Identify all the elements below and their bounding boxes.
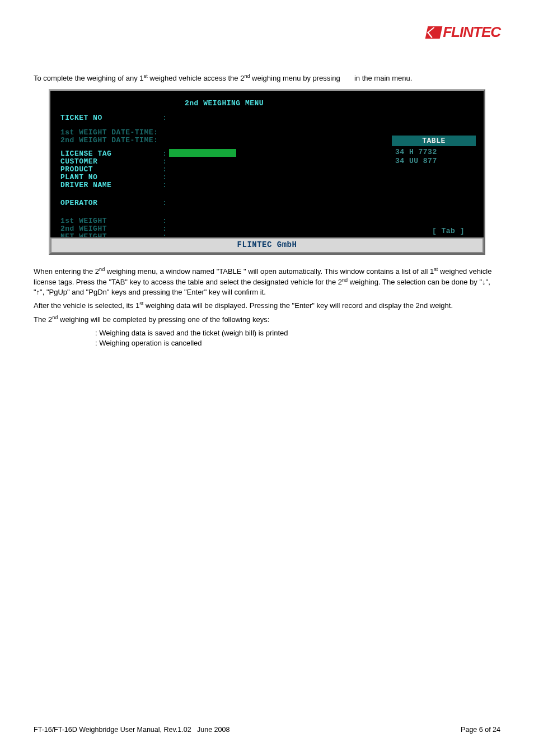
table-row[interactable]: 34 UU 877 (395, 157, 472, 166)
table-row[interactable]: 34 H 7732 (395, 148, 472, 157)
brand-name: FLINTEC (443, 24, 500, 41)
paragraph-complete-keys: The 2nd weighing will be completed by pr… (34, 314, 500, 325)
table-header: TABLE (392, 136, 476, 147)
table-popup[interactable]: TABLE 34 H 7732 34 UU 877 (392, 136, 476, 188)
list-item: Weighing operation is cancelled (95, 338, 500, 348)
key-outcome-list: Weighing data is saved and the ticket (w… (34, 328, 500, 348)
terminal-screenshot: 2nd WEIGHING MENU TICKET NO : 1st WEIGHT… (49, 89, 485, 255)
paragraph-after-select: After the vehicle is selected, its 1st w… (34, 300, 500, 311)
flintec-icon (425, 26, 443, 39)
input-license-tag[interactable] (169, 149, 236, 157)
intro-paragraph: To complete the weighing of any 1st weig… (34, 73, 500, 83)
label-operator: OPERATOR (60, 198, 97, 208)
colon: : (162, 113, 167, 123)
terminal-footer-text: FLINTEC GmbH (237, 240, 297, 250)
list-item: Weighing data is saved and the ticket (w… (95, 328, 500, 338)
paragraph-table-explain: When entering the 2nd weighing menu, a w… (34, 266, 500, 297)
label-2nd-weight-datetime: 2nd WEIGHT DATE-TIME: (60, 136, 158, 146)
tab-key-hint: [ Tab ] (432, 226, 465, 236)
footer-right: Page 6 of 24 (461, 726, 500, 734)
label-driver-name: DRIVER NAME (60, 180, 111, 190)
brand-logo: FLINTEC (427, 24, 500, 41)
footer-left: FT-16/FT-16D Weighbridge User Manual, Re… (34, 726, 229, 734)
terminal-title: 2nd WEIGHING MENU (185, 99, 264, 109)
label-ticket-no: TICKET NO (60, 113, 102, 123)
terminal-footer-bar: FLINTEC GmbH (50, 237, 484, 253)
